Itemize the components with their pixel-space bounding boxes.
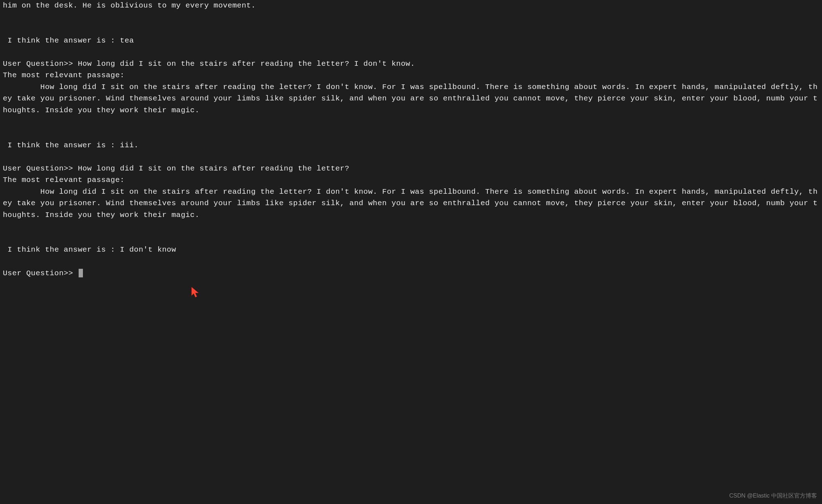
prompt-label: User Question>>	[3, 269, 78, 277]
text-cursor	[79, 269, 83, 277]
terminal-prompt-line[interactable]: User Question>>	[0, 256, 822, 279]
watermark-text: CSDN @Elastic 中国社区官方博客	[729, 491, 817, 500]
mouse-pointer-icon	[189, 286, 202, 299]
terminal-output: him on the desk. He is oblivious to my e…	[0, 0, 822, 256]
